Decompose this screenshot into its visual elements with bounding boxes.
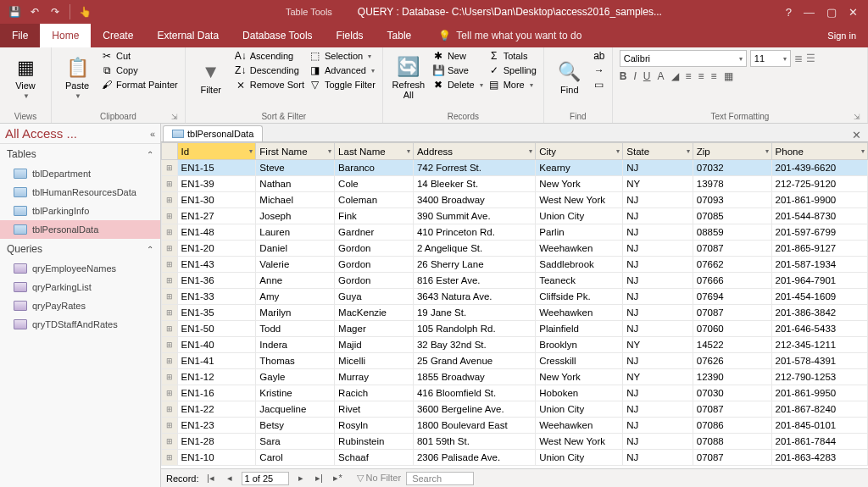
row-selector[interactable]: ⊞: [162, 450, 178, 466]
cell-city[interactable]: Weehawken: [536, 305, 623, 321]
cell-phone[interactable]: 201-863-4283: [771, 450, 867, 466]
cell-state[interactable]: NJ: [623, 434, 693, 450]
nav-item-table[interactable]: tblPersonalData: [0, 220, 160, 239]
font-color-button[interactable]: A: [658, 70, 665, 82]
cell-first-name[interactable]: Michael: [256, 192, 335, 208]
tab-create[interactable]: Create: [91, 24, 145, 47]
row-selector[interactable]: ⊞: [162, 305, 178, 321]
cell-first-name[interactable]: Kristine: [256, 385, 335, 401]
row-selector[interactable]: ⊞: [162, 353, 178, 369]
cell-last-name[interactable]: Fink: [335, 208, 414, 224]
cell-address[interactable]: 14 Bleeker St.: [413, 176, 535, 192]
paste-button[interactable]: 📋 Paste ▼: [58, 50, 96, 106]
cell-state[interactable]: NJ: [623, 160, 693, 176]
cell-first-name[interactable]: Indera: [256, 337, 335, 353]
selection-button[interactable]: ⬚Selection▾: [309, 50, 376, 62]
cell-last-name[interactable]: Racich: [335, 385, 414, 401]
table-row[interactable]: ⊞EN1-15SteveBaranco742 Forrest St.Kearny…: [162, 160, 868, 176]
table-row[interactable]: ⊞EN1-41ThomasMicelli25 Grand AvenueCress…: [162, 353, 868, 369]
cell-city[interactable]: Brooklyn: [536, 337, 623, 353]
cell-state[interactable]: NJ: [623, 192, 693, 208]
cell-id[interactable]: EN1-41: [177, 353, 256, 369]
cell-state[interactable]: NJ: [623, 208, 693, 224]
cell-last-name[interactable]: Gordon: [335, 273, 414, 289]
cell-last-name[interactable]: Guya: [335, 289, 414, 305]
cell-city[interactable]: New York: [536, 176, 623, 192]
cell-last-name[interactable]: Murray: [335, 369, 414, 385]
sign-in-link[interactable]: Sign in: [815, 24, 868, 47]
row-selector[interactable]: ⊞: [162, 418, 178, 434]
nav-item-query[interactable]: qryParkingList: [0, 278, 160, 296]
chevron-left-icon[interactable]: «: [150, 129, 155, 139]
column-header-zip[interactable]: Zip▾: [693, 143, 771, 160]
cell-first-name[interactable]: Steve: [256, 160, 335, 176]
touch-mode-icon[interactable]: 👆: [79, 6, 91, 18]
cell-phone[interactable]: 201-578-4391: [771, 353, 867, 369]
row-selector[interactable]: ⊞: [162, 369, 178, 385]
cell-last-name[interactable]: Micelli: [335, 353, 414, 369]
cell-phone[interactable]: 201-597-6799: [771, 224, 867, 241]
tab-external-data[interactable]: External Data: [145, 24, 231, 47]
delete-record-button[interactable]: ✖Delete▾: [432, 79, 483, 91]
cell-state[interactable]: NJ: [623, 353, 693, 369]
cell-first-name[interactable]: Gayle: [256, 369, 335, 385]
view-button[interactable]: ▦ View ▼: [7, 50, 44, 106]
cell-last-name[interactable]: Gardner: [335, 224, 414, 241]
font-size-select[interactable]: 11▾: [750, 50, 791, 67]
cell-id[interactable]: EN1-15: [177, 160, 256, 176]
table-row[interactable]: ⊞EN1-30MichaelColeman3400 BroadwayWest N…: [162, 192, 868, 208]
format-painter-button[interactable]: 🖌Format Painter: [101, 79, 178, 91]
cell-address[interactable]: 3400 Broadway: [413, 192, 535, 208]
table-row[interactable]: ⊞EN1-28SaraRubinstein801 59th St.West Ne…: [162, 434, 868, 450]
cell-last-name[interactable]: Mager: [335, 321, 414, 337]
cell-zip[interactable]: 13978: [693, 176, 771, 192]
cell-city[interactable]: Saddlebrook: [536, 257, 623, 273]
nav-item-query[interactable]: qryTDStaffAndRates: [0, 315, 160, 334]
cell-zip[interactable]: 07087: [693, 241, 771, 257]
tab-home[interactable]: Home: [40, 24, 91, 47]
help-icon[interactable]: ?: [786, 6, 792, 19]
row-selector[interactable]: ⊞: [162, 321, 178, 337]
first-record-button[interactable]: |◂: [204, 473, 218, 484]
cell-address[interactable]: 1855 Broadway: [413, 369, 535, 385]
cell-city[interactable]: Teaneck: [536, 273, 623, 289]
save-record-button[interactable]: 💾Save: [432, 64, 483, 76]
align-left-icon[interactable]: ≡: [686, 70, 692, 82]
cell-address[interactable]: 32 Bay 32nd St.: [413, 337, 535, 353]
cell-address[interactable]: 19 Jane St.: [413, 305, 535, 321]
cell-phone[interactable]: 212-345-1211: [771, 337, 867, 353]
cell-city[interactable]: Union City: [536, 208, 623, 224]
cell-address[interactable]: 390 Summit Ave.: [413, 208, 535, 224]
fill-color-icon[interactable]: ▦: [724, 70, 733, 82]
tab-fields[interactable]: Fields: [325, 24, 376, 47]
cell-state[interactable]: NJ: [623, 321, 693, 337]
datasheet-grid[interactable]: Id▾ First Name▾ Last Name▾ Address▾ City…: [161, 142, 868, 468]
table-row[interactable]: ⊞EN1-27JosephFink390 Summit Ave.Union Ci…: [162, 208, 868, 224]
cell-state[interactable]: NJ: [623, 241, 693, 257]
replace-button[interactable]: ab: [593, 50, 605, 62]
nav-item-table[interactable]: tblHumanResourcesData: [0, 183, 160, 202]
cell-id[interactable]: EN1-30: [177, 192, 256, 208]
cell-id[interactable]: EN1-40: [177, 337, 256, 353]
column-header-state[interactable]: State▾: [623, 143, 693, 160]
close-tab-icon[interactable]: ✕: [845, 129, 868, 141]
toggle-filter-button[interactable]: ▽Toggle Filter: [309, 79, 376, 91]
cell-zip[interactable]: 07085: [693, 208, 771, 224]
redo-icon[interactable]: ↷: [49, 6, 61, 18]
cell-phone[interactable]: 201-861-7844: [771, 434, 867, 450]
cell-last-name[interactable]: Rubinstein: [335, 434, 414, 450]
restore-icon[interactable]: ▢: [826, 6, 837, 19]
cell-phone[interactable]: 201-845-0101: [771, 418, 867, 434]
cell-state[interactable]: NJ: [623, 401, 693, 418]
italic-button[interactable]: I: [633, 70, 636, 82]
row-selector[interactable]: ⊞: [162, 176, 178, 192]
new-record-nav-button[interactable]: ▸*: [331, 473, 345, 484]
cell-address[interactable]: 410 Princeton Rd.: [413, 224, 535, 241]
cell-first-name[interactable]: Todd: [256, 321, 335, 337]
cell-city[interactable]: Cresskill: [536, 353, 623, 369]
numbering-icon[interactable]: ☰: [806, 53, 815, 64]
cell-last-name[interactable]: Rosyln: [335, 418, 414, 434]
row-selector[interactable]: ⊞: [162, 385, 178, 401]
table-row[interactable]: ⊞EN1-33AmyGuya3643 Natura Ave.Cliffside …: [162, 289, 868, 305]
cell-address[interactable]: 25 Grand Avenue: [413, 353, 535, 369]
